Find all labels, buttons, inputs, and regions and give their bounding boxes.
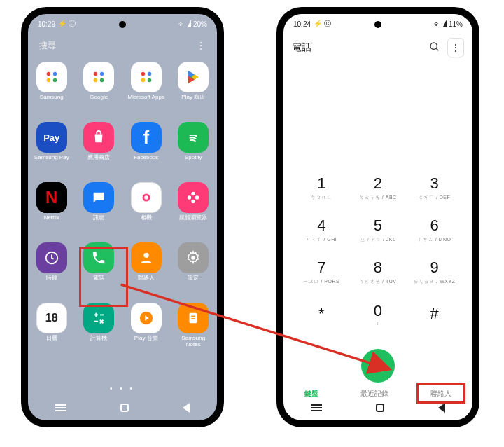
status-icons-right: ᯤ ◢ 11% xyxy=(434,20,463,28)
person-icon xyxy=(131,242,162,273)
app-label: 聯絡人 xyxy=(138,275,155,282)
pay-icon: Pay xyxy=(36,122,67,153)
app-label: 日曆 xyxy=(46,336,57,342)
app-label: 設定 xyxy=(188,275,199,282)
svg-point-3 xyxy=(53,78,57,83)
more-icon[interactable]: ⋮ xyxy=(196,40,206,51)
svg-rect-24 xyxy=(190,313,197,324)
app-應用商店[interactable]: 應用商店 xyxy=(76,122,123,179)
camera-hole xyxy=(374,21,382,28)
calc-icon xyxy=(83,303,114,333)
app-Play-商店[interactable]: Play 商店 xyxy=(170,62,218,119)
folder-icon xyxy=(131,62,162,92)
app-label: Samsung xyxy=(40,95,64,101)
app-label: 相機 xyxy=(141,215,152,221)
svg-point-16 xyxy=(192,200,196,204)
key-0[interactable]: 0+ xyxy=(350,293,407,335)
playmusic-icon xyxy=(131,303,162,333)
app-Netflix[interactable]: NNetflix xyxy=(28,182,76,240)
cam-icon xyxy=(131,182,162,213)
phone-dialer: 10:24 ⚡ ⓒ ᯤ ◢ 11% 電話 ⋮ 1ㄅㄆㄇㄈ2ㄉㄊㄋㄌ / ABC3… xyxy=(276,7,479,427)
app-label: Netflix xyxy=(44,215,59,221)
dial-keypad: 1ㄅㄆㄇㄈ2ㄉㄊㄋㄌ / ABC3ㄍㄎㄏ / DEF4ㄐㄑㄒ / GHI5ㄓㄔㄕ… xyxy=(293,167,463,335)
key-6[interactable]: 6ㄗㄘㄙ / MNO xyxy=(406,209,463,251)
18-icon: 18 xyxy=(36,303,67,333)
nav-home-icon[interactable] xyxy=(120,404,129,412)
svg-point-1 xyxy=(53,72,57,76)
svg-point-7 xyxy=(100,78,104,83)
key-3[interactable]: 3ㄍㄎㄏ / DEF xyxy=(406,167,463,209)
key-5[interactable]: 5ㄓㄔㄕㄖ / JKL xyxy=(350,209,407,251)
svg-point-0 xyxy=(46,72,50,76)
svg-point-11 xyxy=(148,78,152,83)
app-Samsung-Pay[interactable]: PaySamsung Pay xyxy=(28,122,76,179)
play-icon xyxy=(178,62,209,92)
svg-point-6 xyxy=(94,78,98,83)
app-日曆[interactable]: 18日曆 xyxy=(28,303,76,360)
svg-point-18 xyxy=(195,195,200,200)
app-Play-音樂[interactable]: Play 音樂 xyxy=(122,303,170,360)
app-label: 應用商店 xyxy=(88,155,110,161)
call-button[interactable] xyxy=(361,349,395,383)
app-label: Play 商店 xyxy=(181,95,205,101)
nav-recents-icon[interactable] xyxy=(311,407,322,408)
app-訊息[interactable]: 訊息 xyxy=(76,182,123,240)
more-menu-button[interactable]: ⋮ xyxy=(447,38,464,57)
svg-point-22 xyxy=(192,256,196,260)
status-time: 10:24 xyxy=(293,20,311,28)
app-label: Facebook xyxy=(134,155,158,161)
app-設定[interactable]: 設定 xyxy=(170,242,218,300)
gear-icon xyxy=(178,242,209,273)
app-label: Samsung Notes xyxy=(174,336,213,348)
status-icons-right: ᯤ ◢ 20% xyxy=(178,20,207,28)
key-4[interactable]: 4ㄐㄑㄒ / GHI xyxy=(293,209,350,251)
app-Google[interactable]: Google xyxy=(76,62,123,119)
nav-recents-icon[interactable] xyxy=(55,407,66,408)
app-label: Samsung Pay xyxy=(34,155,69,161)
notes-icon xyxy=(178,303,209,333)
app-時鐘[interactable]: 時鐘 xyxy=(28,242,76,300)
spotify-icon xyxy=(178,122,209,153)
page-indicator: • • • xyxy=(28,385,217,392)
app-label: Play 音樂 xyxy=(134,336,158,342)
fb-icon: f xyxy=(131,122,162,153)
phone-home: 10:29 ⚡ ⓒ ᯤ ◢ 20% 搜尋 ⋮ SamsungGoogleMicr… xyxy=(21,7,224,427)
key-#[interactable]: # xyxy=(406,293,463,335)
app-Samsung-Notes[interactable]: Samsung Notes xyxy=(170,303,218,360)
app-媒體瀏覽器[interactable]: 媒體瀏覽器 xyxy=(170,182,218,240)
key-9[interactable]: 9ㄞㄟㄠㄡ / WXYZ xyxy=(406,251,463,293)
nav-home-icon[interactable] xyxy=(376,404,384,412)
app-Spotify[interactable]: Spotify xyxy=(170,122,218,179)
app-計算機[interactable]: 計算機 xyxy=(76,303,123,360)
app-label: 媒體瀏覽器 xyxy=(179,215,207,221)
search-placeholder: 搜尋 xyxy=(39,40,56,52)
dialer-title: 電話 xyxy=(292,41,312,54)
key-1[interactable]: 1ㄅㄆㄇㄈ xyxy=(293,167,350,209)
svg-point-14 xyxy=(144,195,148,200)
app-相機[interactable]: 相機 xyxy=(122,182,170,240)
msg-icon xyxy=(83,182,114,213)
app-label: Google xyxy=(90,95,108,101)
search-icon[interactable] xyxy=(429,41,440,55)
folder-icon xyxy=(36,62,67,92)
nav-back-icon[interactable] xyxy=(438,403,445,413)
app-聯絡人[interactable]: 聯絡人 xyxy=(122,242,170,300)
svg-line-28 xyxy=(436,48,438,50)
navigation-bar xyxy=(28,395,217,420)
app-label: 時鐘 xyxy=(46,275,57,282)
nav-back-icon[interactable] xyxy=(183,403,190,413)
key-8[interactable]: 8ㄚㄛㄜㄝ / TUV xyxy=(350,251,407,293)
camera-hole xyxy=(119,21,126,28)
app-Samsung[interactable]: Samsung xyxy=(28,62,76,119)
flower-icon xyxy=(178,182,209,213)
app-Facebook[interactable]: fFacebook xyxy=(122,122,170,179)
app-Microsoft-Apps[interactable]: Microsoft Apps xyxy=(122,62,170,119)
key-7[interactable]: 7ㄧㄨㄩ / PQRS xyxy=(293,251,350,293)
key-2[interactable]: 2ㄉㄊㄋㄌ / ABC xyxy=(350,167,407,209)
app-label: Spotify xyxy=(185,155,202,161)
svg-point-15 xyxy=(192,192,196,196)
app-label: 訊息 xyxy=(93,215,104,221)
svg-point-21 xyxy=(144,253,148,258)
app-drawer-search[interactable]: 搜尋 ⋮ xyxy=(35,36,210,55)
key-*[interactable]: * xyxy=(293,293,350,335)
